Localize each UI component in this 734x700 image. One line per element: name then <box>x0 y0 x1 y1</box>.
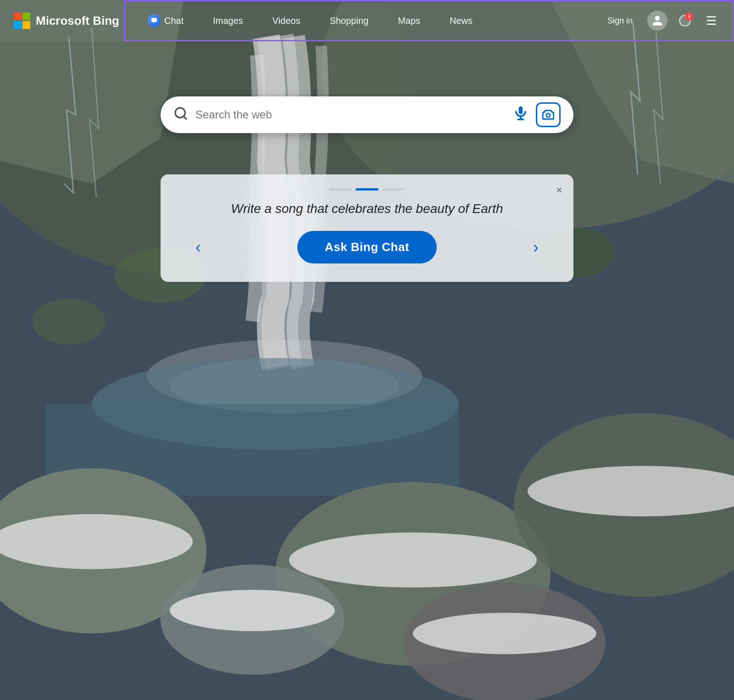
nav-actions: Sign in 4 ☰ <box>600 10 734 32</box>
nav-links: Chat Images Videos Shopping Maps News <box>133 0 600 41</box>
logo-area: Microsoft Bing <box>0 12 133 29</box>
dot-2 <box>356 188 378 190</box>
next-prompt-button[interactable]: › <box>526 234 546 261</box>
chat-icon <box>148 14 161 27</box>
search-icon <box>173 106 188 124</box>
nav-chat[interactable]: Chat <box>133 0 198 41</box>
close-prompt-button[interactable]: × <box>556 184 562 196</box>
prompt-navigation: ‹ Ask Bing Chat › <box>188 231 546 263</box>
nav-news[interactable]: News <box>435 0 487 41</box>
hamburger-menu-icon[interactable]: ☰ <box>702 10 720 32</box>
dot-1 <box>329 188 352 190</box>
search-container <box>161 96 573 133</box>
ms-logo-green <box>22 12 30 20</box>
nav-maps[interactable]: Maps <box>383 0 435 41</box>
svg-point-27 <box>546 113 550 117</box>
nav-shopping[interactable]: Shopping <box>315 0 384 41</box>
microphone-icon[interactable] <box>513 105 528 124</box>
sign-in-button[interactable]: Sign in <box>600 12 640 29</box>
nav-videos[interactable]: Videos <box>258 0 315 41</box>
prev-prompt-button[interactable]: ‹ <box>188 234 208 261</box>
microsoft-logo <box>14 12 30 29</box>
bing-logo-text: Microsoft Bing <box>36 14 119 28</box>
user-avatar[interactable] <box>647 11 667 31</box>
prompt-dots-indicator <box>188 188 546 190</box>
navbar: Microsoft Bing Chat Images Videos Shoppi… <box>0 0 734 41</box>
ms-logo-yellow <box>22 21 30 29</box>
dot-3 <box>382 188 405 190</box>
prompt-suggestion-text: Write a song that celebrates the beauty … <box>188 202 546 216</box>
nav-images[interactable]: Images <box>198 0 258 41</box>
search-bar <box>161 96 573 133</box>
svg-rect-24 <box>519 106 523 114</box>
notification-badge: 4 <box>685 12 693 21</box>
ms-logo-red <box>14 12 22 20</box>
svg-line-23 <box>184 116 186 119</box>
notification-button[interactable]: 4 <box>675 11 695 31</box>
ask-bing-chat-button[interactable]: Ask Bing Chat <box>297 231 437 263</box>
prompt-card: × Write a song that celebrates the beaut… <box>161 174 573 282</box>
ms-logo-blue <box>14 21 22 29</box>
visual-search-button[interactable] <box>536 102 561 127</box>
search-input[interactable] <box>195 108 506 121</box>
